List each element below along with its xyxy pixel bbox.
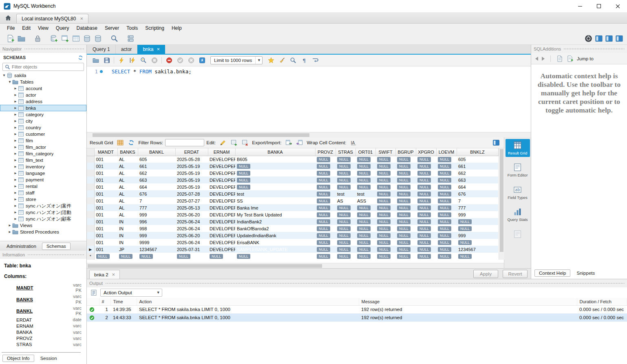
grid-cell[interactable]: NULL xyxy=(138,253,175,260)
grid-cell[interactable]: DEVELOPER xyxy=(208,156,235,163)
tree-item-rental[interactable]: ▶rental xyxy=(0,183,86,190)
execute-button[interactable] xyxy=(116,56,126,65)
grid-cell[interactable]: 663 xyxy=(138,176,175,183)
reconnect-server-button[interactable] xyxy=(125,33,136,44)
tree-item-film-actor[interactable]: ▶film_actor xyxy=(0,144,86,150)
grid-cell[interactable]: NULL xyxy=(355,170,375,176)
grid-cell[interactable]: NULL xyxy=(355,156,375,163)
grid-cell[interactable]: 2025-06-24 xyxy=(175,239,208,246)
grid-cell[interactable]: NULL xyxy=(336,246,355,253)
grid-cell[interactable]: 001 xyxy=(94,211,117,218)
grid-cell[interactable]: DEVELOPER xyxy=(208,211,235,218)
wrap-text-button[interactable] xyxy=(310,56,320,65)
create-view-button[interactable] xyxy=(71,33,82,44)
grid-cell[interactable]: AL xyxy=(117,211,138,218)
toggle-preview-button[interactable] xyxy=(491,138,501,148)
grid-cell[interactable]: NULL xyxy=(436,239,457,246)
grid-cell[interactable]: BankOfBaroda2 xyxy=(235,225,315,232)
tree-item-bnka[interactable]: ▶bnka xyxy=(0,105,86,111)
grid-cell[interactable]: NULL xyxy=(395,253,416,260)
side-panel-form-editor-button[interactable]: Form Editor xyxy=(506,161,530,179)
grid-cell[interactable]: NULL xyxy=(336,176,355,183)
grid-cell[interactable]: 2025-07-31 xyxy=(175,246,208,253)
expand-icon[interactable]: ▶ xyxy=(13,178,18,181)
grid-column-swift[interactable]: SWIFT xyxy=(375,148,395,156)
expand-icon[interactable]: ▶ xyxy=(13,139,18,142)
grid-cell[interactable]: 2025-05-19 xyxy=(175,183,208,190)
grid-cell[interactable]: 605 xyxy=(457,156,498,163)
grid-cell[interactable]: NULL xyxy=(416,190,436,197)
grid-cell[interactable]: NULL xyxy=(336,253,355,260)
grid-cell[interactable]: NULL xyxy=(436,211,457,218)
grid-row[interactable]: 001AL9992025-06-20DEVELOPERMy Test Bank … xyxy=(87,211,498,218)
grid-cell[interactable]: 1234567 xyxy=(138,246,175,253)
grid-cell[interactable]: NULL xyxy=(355,246,375,253)
save-snippet-button[interactable] xyxy=(266,56,276,65)
scrollbar-thumb[interactable] xyxy=(88,264,322,268)
grid-cell[interactable]: DEVELOPER xyxy=(208,176,235,183)
grid-cell[interactable]: AL xyxy=(117,176,138,183)
side-panel-extra-button[interactable] xyxy=(506,228,530,240)
grid-column-mandt[interactable]: MANDT xyxy=(94,148,117,156)
expand-icon[interactable]: ▶ xyxy=(13,152,18,155)
grid-cell[interactable]: AL xyxy=(117,190,138,197)
expand-icon[interactable]: ▶ xyxy=(13,211,18,214)
grid-cell[interactable]: DEVELOPER xyxy=(208,239,235,246)
menu-query[interactable]: Query xyxy=(52,24,73,32)
grid-cell[interactable]: NULL xyxy=(315,163,336,170)
tree-item-actor[interactable]: ▶actor xyxy=(0,92,86,98)
grid-cell[interactable]: NULL xyxy=(457,253,498,260)
grid-cell[interactable]: DEVELOPER xyxy=(208,183,235,190)
grid-cell[interactable]: 676 xyxy=(457,190,498,197)
result-set-tab[interactable]: bnka 2 × xyxy=(89,270,120,279)
grid-cell[interactable]: 999 xyxy=(138,211,175,218)
tree-item-tables[interactable]: ▼Tables xyxy=(0,79,86,85)
grid-column-banka[interactable]: BANKA xyxy=(235,148,315,156)
grid-column-ort01[interactable]: ORT01 xyxy=(355,148,375,156)
help-tab-context-help[interactable]: Context Help xyxy=(534,269,570,277)
grid-cell[interactable]: 777 xyxy=(138,204,175,211)
export-records-button[interactable] xyxy=(283,138,294,148)
tree-item-country[interactable]: ▶country xyxy=(0,124,86,131)
grid-cell[interactable]: NULL xyxy=(336,183,355,190)
grid-cell[interactable]: NULL xyxy=(375,211,395,218)
grid-cell[interactable]: IN xyxy=(117,225,138,232)
grid-cell[interactable]: 001 xyxy=(94,190,117,197)
grid-cell[interactable]: NULL xyxy=(336,170,355,176)
tree-item-address[interactable]: ▶address xyxy=(0,98,86,105)
grid-cell[interactable]: 2025-07-28 xyxy=(175,190,208,197)
grid-cell[interactable]: UpdatedIndianBank xyxy=(235,232,315,239)
grid-cell[interactable]: NULL xyxy=(315,170,336,176)
grid-cell[interactable]: 777 xyxy=(457,204,498,211)
grid-row[interactable]: 001IN9962025-06-24DEVELOPERIndianBank2NU… xyxy=(87,218,498,225)
grid-cell[interactable]: NULL xyxy=(315,246,336,253)
grid-cell[interactable]: NULL xyxy=(375,163,395,170)
grid-column-loevm[interactable]: LOEVM xyxy=(436,148,457,156)
sidebar-tab-administration[interactable]: Administration xyxy=(2,243,41,250)
notifications-icon[interactable] xyxy=(585,35,592,42)
grid-cell[interactable]: NULL xyxy=(416,253,436,260)
toggle-automatic-help-icon[interactable] xyxy=(567,55,573,62)
grid-cell[interactable]: SAMPLEBANK_UPDATE xyxy=(235,246,315,253)
grid-cell[interactable]: NULL xyxy=(315,156,336,163)
menu-database[interactable]: Database xyxy=(73,24,101,32)
grid-cell[interactable]: NULL xyxy=(355,239,375,246)
grid-cell[interactable]: NULL xyxy=(416,232,436,239)
grid-cell[interactable]: NULL xyxy=(395,239,416,246)
grid-cell[interactable]: NULL xyxy=(375,156,395,163)
menu-help[interactable]: Help xyxy=(168,24,185,32)
grid-cell[interactable]: NULL xyxy=(375,239,395,246)
create-procedure-button[interactable] xyxy=(82,33,93,44)
grid-cell[interactable]: NULL xyxy=(436,218,457,225)
grid-cell[interactable]: 661 xyxy=(138,163,175,170)
open-sql-script-button[interactable] xyxy=(16,33,27,44)
grid-cell[interactable]: NULL xyxy=(315,232,336,239)
grid-cell[interactable]: ASS xyxy=(355,197,375,204)
grid-cell[interactable]: test xyxy=(235,190,315,197)
grid-column-bankl[interactable]: BANKL xyxy=(138,148,175,156)
toggle-right-sidebar-icon[interactable] xyxy=(616,35,623,42)
search-data-button[interactable] xyxy=(109,33,120,44)
grid-cell[interactable]: NULL xyxy=(315,176,336,183)
menu-file[interactable]: File xyxy=(3,24,18,32)
grid-cell[interactable]: NULL xyxy=(416,239,436,246)
